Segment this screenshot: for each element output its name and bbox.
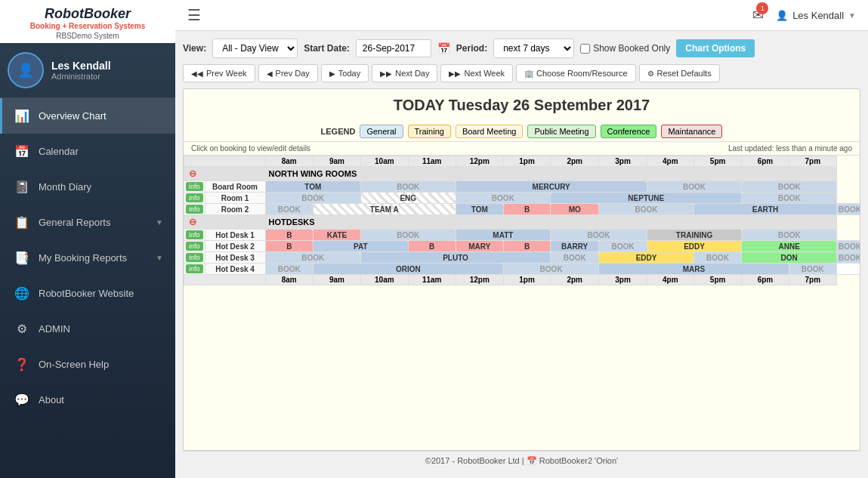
sidebar-item-general-reports[interactable]: 📋 General Reports ▼ xyxy=(0,205,175,240)
booking-pluto[interactable]: PLUTO xyxy=(360,252,550,264)
booking-b-hd1[interactable]: B xyxy=(265,230,313,241)
booking-book-hd1-1[interactable]: BOOK xyxy=(360,230,456,241)
booking-book-1[interactable]: BOOK xyxy=(360,181,456,193)
booking-b-hd2-2[interactable]: B xyxy=(408,241,456,252)
booking-b-r2[interactable]: B xyxy=(503,204,550,215)
booking-b-hd2-1[interactable]: B xyxy=(265,241,313,252)
info-button[interactable]: info xyxy=(186,253,203,262)
booking-eddy-hd3[interactable]: EDDY xyxy=(599,252,694,264)
sidebar-item-on-screen-help[interactable]: ❓ On-Screen Help xyxy=(0,347,175,382)
booking-training[interactable]: TRAINING xyxy=(647,230,742,241)
booking-anne[interactable]: ANNE xyxy=(742,241,837,252)
sidebar-item-label: RobotBooker Website xyxy=(39,288,163,299)
sidebar-item-overview-chart[interactable]: 📊 Overview Chart xyxy=(0,98,175,134)
click-info-row: Click on booking to view/edit details La… xyxy=(184,142,860,156)
booking-book-hd3-1[interactable]: BOOK xyxy=(265,252,360,264)
booking-barry[interactable]: BARRY xyxy=(551,241,599,252)
choose-room-label: Choose Room/Resource xyxy=(536,69,627,78)
booking-pat[interactable]: PAT xyxy=(313,241,408,252)
booking-book-r2-3[interactable]: BOOK xyxy=(837,204,860,215)
info-button[interactable]: info xyxy=(186,264,203,273)
click-info-text: Click on booking to view/edit details xyxy=(191,144,310,153)
booking-book-r1-2[interactable]: BOOK xyxy=(456,193,550,204)
user-menu[interactable]: 👤 Les Kendall ▼ xyxy=(776,10,856,21)
booking-mo[interactable]: MO xyxy=(551,204,599,215)
nav-icons-cell: info xyxy=(184,193,205,204)
booking-mary[interactable]: MARY xyxy=(456,241,503,252)
info-button[interactable]: info xyxy=(186,205,203,214)
booking-book-r2-2[interactable]: BOOK xyxy=(599,204,694,215)
booking-eddy-hd2[interactable]: EDDY xyxy=(647,241,742,252)
reset-icon: ⚙ xyxy=(647,69,654,78)
bot-time-10am: 10am xyxy=(360,275,408,285)
sidebar-item-my-booking-reports[interactable]: 📑 My Booking Reports ▼ xyxy=(0,240,175,276)
booking-book-hd2-2[interactable]: BOOK xyxy=(837,241,860,252)
period-select[interactable]: next 7 days today next 14 days next 30 d… xyxy=(493,39,574,58)
booking-book-hd4-2[interactable]: BOOK xyxy=(503,264,598,275)
booking-earth[interactable]: EARTH xyxy=(693,204,836,215)
chart-options-button[interactable]: Chart Options xyxy=(676,39,755,57)
booking-tom-r2[interactable]: TOM xyxy=(456,204,503,215)
booking-eng[interactable]: ENG xyxy=(360,193,456,204)
booking-book-r1-1[interactable]: BOOK xyxy=(265,193,360,204)
sidebar-item-label: Month Diary xyxy=(39,181,163,193)
info-button[interactable]: info xyxy=(186,193,203,202)
booking-book-r1-3[interactable]: BOOK xyxy=(742,193,837,204)
booking-book-hd1-2[interactable]: BOOK xyxy=(551,230,647,241)
notification-bell[interactable]: ✉ 1 xyxy=(752,7,764,23)
admin-icon: ⚙ xyxy=(14,322,29,336)
booking-b-hd2-3[interactable]: B xyxy=(503,241,550,252)
sidebar-item-month-diary[interactable]: 📓 Month Diary xyxy=(0,169,175,205)
sidebar-item-admin[interactable]: ⚙ ADMIN xyxy=(0,311,175,347)
reset-defaults-button[interactable]: ⚙ Reset Defaults xyxy=(639,64,720,82)
section-collapse-icon-hd[interactable]: ⊖ xyxy=(189,217,196,227)
booking-book-hd4-3[interactable]: BOOK xyxy=(789,264,837,275)
booking-book-hd3-2[interactable]: BOOK xyxy=(551,252,599,264)
time-header-row: 8am 9am 10am 11am 12pm 1pm 2pm 3pm 4pm 5… xyxy=(184,156,860,167)
booking-don[interactable]: DON xyxy=(742,252,837,264)
about-icon: 💬 xyxy=(14,393,29,407)
view-select[interactable]: All - Day View Room View User View xyxy=(212,39,298,58)
booking-neptune[interactable]: NEPTUNE xyxy=(551,193,742,204)
sidebar-item-calendar[interactable]: 📅 Calendar xyxy=(0,134,175,169)
sidebar-item-robotbooker-website[interactable]: 🌐 RobotBooker Website xyxy=(0,276,175,311)
booking-mars[interactable]: MARS xyxy=(599,264,789,275)
booking-book-3[interactable]: BOOK xyxy=(742,181,837,193)
section-icon-cell-hd: ⊖ xyxy=(184,215,266,230)
next-week-button[interactable]: ▶▶ Next Week xyxy=(440,64,513,82)
booking-team-a[interactable]: TEAM A xyxy=(313,204,456,215)
calendar-icon: 📅 xyxy=(14,144,29,159)
booking-book-hd1-3[interactable]: BOOK xyxy=(742,230,837,241)
booking-book-hd4-1[interactable]: BOOK xyxy=(265,264,313,275)
section-collapse-icon[interactable]: ⊖ xyxy=(189,168,196,179)
booking-grid: 8am 9am 10am 11am 12pm 1pm 2pm 3pm 4pm 5… xyxy=(184,156,860,285)
next-day-button[interactable]: ▶▶ Next Day xyxy=(372,64,437,82)
today-button[interactable]: ▶ Today xyxy=(321,64,369,82)
booking-tom-boardroom[interactable]: TOM xyxy=(265,181,360,193)
booking-book-hd3-3[interactable]: BOOK xyxy=(693,252,741,264)
booking-matt[interactable]: MATT xyxy=(456,230,550,241)
calendar-picker-icon[interactable]: 📅 xyxy=(437,42,450,54)
main-content: ☰ ✉ 1 👤 Les Kendall ▼ View: All - Day Vi… xyxy=(175,0,868,478)
booking-book-hd3-4[interactable]: BOOK xyxy=(837,252,860,264)
prev-day-button[interactable]: ◀ Prev Day xyxy=(258,64,318,82)
show-booked-checkbox[interactable] xyxy=(580,44,590,54)
view-label: View: xyxy=(183,43,206,54)
info-button[interactable]: info xyxy=(186,242,203,251)
booking-kate[interactable]: KATE xyxy=(313,230,360,241)
choose-room-button[interactable]: 🏢 Choose Room/Resource xyxy=(516,64,635,82)
booking-book-r2-1[interactable]: BOOK xyxy=(265,204,313,215)
booking-book-2[interactable]: BOOK xyxy=(647,181,742,193)
time-2pm: 2pm xyxy=(551,156,599,167)
top-bar-right: ✉ 1 👤 Les Kendall ▼ xyxy=(752,7,856,23)
booking-book-hd2-1[interactable]: BOOK xyxy=(599,241,647,252)
info-button[interactable]: info xyxy=(186,230,203,239)
booking-mercury[interactable]: MERCURY xyxy=(456,181,647,193)
show-booked-label[interactable]: Show Booked Only xyxy=(580,43,670,54)
start-date-input[interactable]: 26-Sep-2017 xyxy=(356,39,431,57)
prev-week-button[interactable]: ◀◀ Prev Week xyxy=(183,64,255,82)
booking-orion[interactable]: ORION xyxy=(313,264,503,275)
info-button[interactable]: info xyxy=(186,182,203,191)
sidebar-item-about[interactable]: 💬 About xyxy=(0,382,175,418)
hamburger-menu[interactable]: ☰ xyxy=(187,6,201,24)
